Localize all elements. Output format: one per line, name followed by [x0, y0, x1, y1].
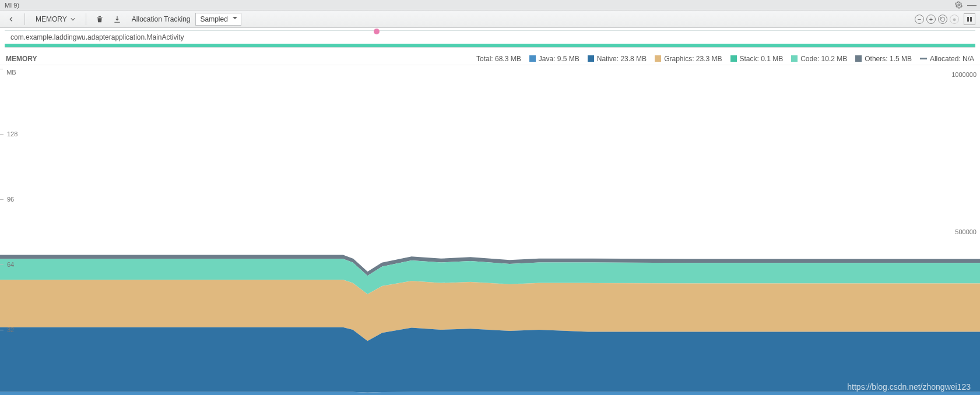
legend-java: Java: 9.5 MB: [529, 55, 579, 63]
heap-dump-button[interactable]: [111, 13, 124, 26]
zoom-out-button[interactable]: −: [915, 15, 924, 24]
attach-live-button[interactable]: ●: [950, 15, 959, 24]
legend-graphics: Graphics: 23.3 MB: [655, 55, 722, 63]
allocation-tracking-label: Allocation Tracking: [132, 15, 191, 23]
activity-class-label: com.example.laddingwu.adapterapplication…: [10, 33, 184, 41]
right-tick-top: 1000000: [951, 71, 977, 78]
legend-others: Others: 1.5 MB: [855, 55, 912, 63]
device-label: MI 9): [5, 2, 19, 9]
svg-rect-2: [970, 17, 972, 22]
memory-dropdown-label: MEMORY: [36, 15, 67, 23]
pause-button[interactable]: [964, 13, 975, 25]
memory-legend: MEMORY Total: 68.3 MB Java: 9.5 MB Nativ…: [0, 52, 980, 65]
zoom-reset-button[interactable]: [938, 15, 947, 24]
memory-chart[interactable]: 160 MB128966432 1000000 500000 https://b…: [0, 69, 980, 395]
sampling-mode-select[interactable]: Sampled: [195, 13, 241, 26]
touch-event-dot: [374, 29, 380, 34]
gc-button[interactable]: [93, 13, 106, 26]
legend-total: Total: 68.3 MB: [476, 55, 521, 63]
y-axis-ticks: 160 MB128966432: [0, 69, 26, 395]
memory-dropdown[interactable]: MEMORY: [32, 14, 79, 24]
chart-title: MEMORY: [6, 55, 37, 63]
right-tick-mid: 500000: [955, 228, 977, 235]
activity-timeline[interactable]: com.example.laddingwu.adapterapplication…: [0, 28, 980, 52]
svg-rect-1: [967, 17, 969, 22]
settings-icon[interactable]: [955, 1, 963, 10]
svg-point-0: [958, 3, 960, 5]
dash-icon: [920, 58, 927, 59]
back-button[interactable]: [5, 13, 17, 26]
sampling-mode-value: Sampled: [201, 15, 228, 23]
legend-allocated: Allocated: N/A: [920, 55, 974, 63]
profiler-toolbar: MEMORY Allocation Tracking Sampled − + ●: [0, 10, 980, 28]
zoom-in-button[interactable]: +: [926, 15, 936, 24]
legend-native: Native: 23.8 MB: [588, 55, 647, 63]
minimize-icon[interactable]: —: [967, 0, 977, 10]
legend-code: Code: 10.2 MB: [791, 55, 847, 63]
legend-stack: Stack: 0.1 MB: [730, 55, 784, 63]
title-bar: MI 9) —: [0, 0, 980, 10]
activity-running-bar: [5, 44, 975, 47]
